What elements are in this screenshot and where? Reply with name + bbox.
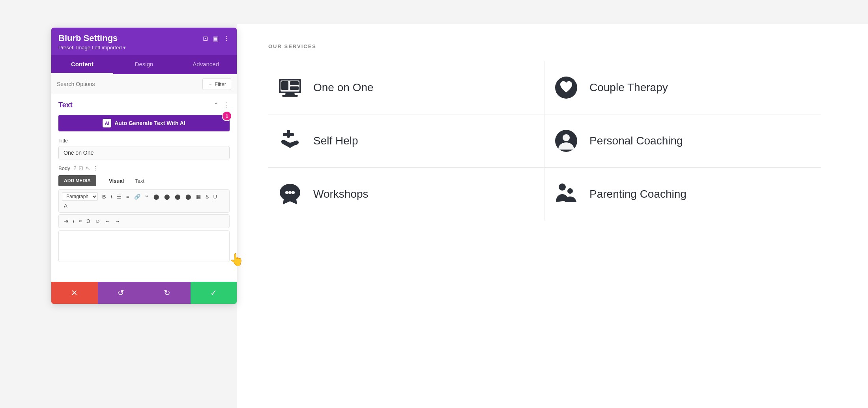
ul-button[interactable]: ☰ bbox=[115, 193, 123, 201]
body-label: Body bbox=[58, 165, 70, 171]
svg-point-12 bbox=[285, 191, 288, 194]
indent-button[interactable]: ⇥ bbox=[62, 217, 70, 225]
section-title: Text bbox=[58, 101, 73, 109]
panel-header-icons: ⊡ ▣ ⋮ bbox=[203, 35, 230, 42]
tab-visual[interactable]: Visual bbox=[103, 176, 129, 186]
ol-button[interactable]: ≡ bbox=[124, 193, 131, 201]
service-item-personal-coaching: Personal Coaching bbox=[544, 114, 821, 168]
align-left-button[interactable]: ⬤ bbox=[152, 193, 161, 201]
parenting-coaching-icon bbox=[552, 180, 580, 208]
svg-point-14 bbox=[292, 191, 295, 194]
svg-point-13 bbox=[288, 191, 292, 194]
title-input[interactable] bbox=[58, 146, 230, 159]
add-media-button[interactable]: ADD MEDIA bbox=[58, 175, 96, 186]
tab-content[interactable]: Content bbox=[51, 55, 113, 74]
body-more-icon[interactable]: ⋮ bbox=[93, 165, 98, 171]
panel-preset: Preset: Image Left imported ▾ bbox=[58, 45, 126, 51]
panel-body: Text ⌃ ⋮ AI Auto Generate Text With AI 1 bbox=[51, 94, 237, 268]
tab-advanced[interactable]: Advanced bbox=[175, 55, 237, 74]
svg-rect-2 bbox=[282, 95, 298, 97]
settings-panel-wrapper: Blurb Settings Preset: Image Left import… bbox=[0, 24, 237, 304]
self-help-icon bbox=[276, 127, 304, 155]
filter-plus-icon: ＋ bbox=[208, 80, 213, 88]
service-item-couple-therapy: Couple Therapy bbox=[544, 61, 821, 114]
underline-button[interactable]: U bbox=[211, 193, 219, 201]
title-label: Title bbox=[58, 138, 230, 144]
body-cursor-icon[interactable]: ↖ bbox=[86, 165, 90, 171]
link-button[interactable]: 🔗 bbox=[132, 193, 142, 201]
editor-toolbar-top: ADD MEDIA Visual Text bbox=[58, 175, 230, 186]
quote-button[interactable]: ❝ bbox=[143, 193, 150, 201]
align-right-button[interactable]: ⬤ bbox=[173, 193, 183, 201]
search-input[interactable] bbox=[57, 81, 198, 87]
split-icon[interactable]: ▣ bbox=[213, 35, 219, 42]
svg-rect-9 bbox=[283, 133, 294, 136]
undo-button[interactable]: ↺ bbox=[98, 282, 144, 304]
service-name-parenting-coaching: Parenting Coaching bbox=[589, 188, 687, 200]
search-row: ＋ Filter bbox=[51, 74, 237, 94]
body-info-icon[interactable]: ? bbox=[73, 165, 77, 171]
service-item-self-help: Self Help bbox=[268, 114, 544, 168]
panel-tabs: Content Design Advanced bbox=[51, 55, 237, 74]
cancel-button[interactable]: ✕ bbox=[51, 282, 98, 304]
expand-icon[interactable]: ⊡ bbox=[203, 35, 208, 42]
bold-button[interactable]: B bbox=[100, 193, 108, 201]
services-grid: One on One Couple Therapy bbox=[268, 61, 821, 221]
undo-editor-button[interactable]: ← bbox=[103, 217, 112, 225]
editor-toolbar-row2: ⇥ i ≈ Ω ☺ ← → bbox=[58, 214, 230, 228]
service-name-one-on-one: One on One bbox=[313, 81, 374, 94]
filter-button[interactable]: ＋ Filter bbox=[202, 78, 231, 90]
section-dots-icon[interactable]: ⋮ bbox=[223, 101, 230, 109]
svg-rect-4 bbox=[281, 81, 288, 90]
ai-badge: 1 bbox=[222, 111, 232, 121]
service-name-couple-therapy: Couple Therapy bbox=[589, 81, 668, 94]
more-icon[interactable]: ⋮ bbox=[223, 35, 230, 42]
page-wrapper: Blurb Settings Preset: Image Left import… bbox=[0, 0, 868, 408]
chevron-up-icon[interactable]: ⌃ bbox=[213, 101, 219, 109]
service-item-workshops: Workshops bbox=[268, 168, 544, 221]
panel-header-left: Blurb Settings Preset: Image Left import… bbox=[58, 33, 126, 51]
redo-editor-button[interactable]: → bbox=[113, 217, 122, 225]
service-item-one-on-one: One on One bbox=[268, 61, 544, 114]
svg-point-11 bbox=[563, 134, 570, 141]
table-button[interactable]: ▦ bbox=[194, 193, 203, 201]
workshops-icon bbox=[276, 180, 304, 208]
visual-text-tabs: Visual Text bbox=[103, 176, 150, 186]
service-name-workshops: Workshops bbox=[313, 188, 369, 200]
body-row: Body ? ⊡ ↖ ⋮ bbox=[58, 165, 230, 171]
superscript-button[interactable]: i bbox=[71, 217, 76, 225]
redo-button[interactable]: ↻ bbox=[144, 282, 191, 304]
settings-panel: Blurb Settings Preset: Image Left import… bbox=[51, 28, 237, 304]
align-center-button[interactable]: ⬤ bbox=[162, 193, 172, 201]
panel-header: Blurb Settings Preset: Image Left import… bbox=[51, 28, 237, 55]
panel-footer: ✕ ↺ ↻ ✓ bbox=[51, 282, 237, 304]
symbol-button[interactable]: Ω bbox=[84, 217, 92, 225]
tab-design[interactable]: Design bbox=[113, 55, 175, 74]
services-label: OUR SERVICES bbox=[268, 43, 836, 49]
editor-content[interactable] bbox=[58, 230, 230, 262]
italic-button[interactable]: I bbox=[108, 193, 114, 201]
ai-icon: AI bbox=[103, 119, 111, 127]
services-area: OUR SERVICES One on One bbox=[237, 24, 868, 408]
couple-therapy-icon bbox=[552, 74, 580, 101]
special-char-button[interactable]: ≈ bbox=[77, 217, 84, 225]
one-on-one-icon bbox=[276, 74, 304, 101]
confirm-button[interactable]: ✓ bbox=[191, 282, 237, 304]
body-media-icon[interactable]: ⊡ bbox=[79, 165, 83, 171]
ai-generate-button[interactable]: AI Auto Generate Text With AI bbox=[58, 115, 230, 131]
section-header: Text ⌃ ⋮ bbox=[58, 101, 230, 109]
title-field-group: Title bbox=[58, 138, 230, 159]
align-justify-button[interactable]: ⬤ bbox=[183, 193, 193, 201]
font-color-button[interactable]: A bbox=[62, 202, 69, 210]
body-icons: ? ⊡ ↖ ⋮ bbox=[73, 165, 99, 171]
section-actions: ⌃ ⋮ bbox=[213, 101, 230, 109]
svg-rect-6 bbox=[290, 86, 299, 90]
emoji-button[interactable]: ☺ bbox=[93, 217, 102, 225]
paragraph-select[interactable]: Paragraph bbox=[62, 192, 98, 201]
tab-text[interactable]: Text bbox=[129, 176, 150, 186]
svg-rect-5 bbox=[290, 81, 299, 85]
editor-toolbar: Paragraph B I ☰ ≡ 🔗 ❝ ⬤ ⬤ ⬤ ⬤ ▦ S̶ U bbox=[58, 189, 230, 213]
ai-btn-wrapper: AI Auto Generate Text With AI 1 bbox=[58, 115, 230, 131]
svg-rect-1 bbox=[285, 93, 295, 95]
strikethrough-button[interactable]: S̶ bbox=[204, 193, 211, 201]
